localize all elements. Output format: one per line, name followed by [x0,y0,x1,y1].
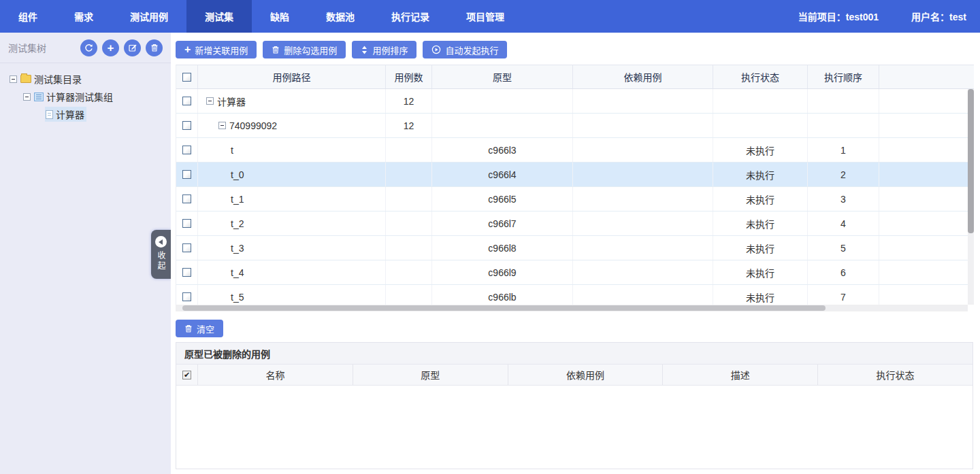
select-all-checkbox[interactable] [182,73,191,82]
collapse-minus-icon[interactable] [218,122,226,129]
col-header-case-count[interactable]: 用例数 [386,65,432,88]
cell-prototype [432,114,573,137]
tree-node-leaf-selected[interactable]: 计算器 [0,105,171,123]
delete-node-button[interactable] [146,39,163,56]
main-content: + 新增关联用例 删除勾选用例 用例排序 [171,33,980,474]
cell-prototype [432,89,573,113]
vertical-scrollbar-thumb[interactable] [968,89,974,233]
table-row[interactable]: t_5c966lb未执行7 [176,285,974,305]
cell-case-path[interactable]: 计算器 [198,89,386,113]
sort-cases-button[interactable]: 用例排序 [352,41,416,58]
cell-extra [879,260,974,284]
cell-case-count: 12 [386,89,432,113]
tree-node-label[interactable]: 计算器 [56,107,84,121]
collapse-minus-icon[interactable] [23,93,31,101]
tree-node-label[interactable]: 计算器测试集组 [46,90,113,103]
add-node-button[interactable]: + [102,39,119,56]
row-checkbox[interactable] [182,121,191,130]
table-row[interactable]: 计算器12 [176,89,974,114]
horizontal-scrollbar[interactable] [176,305,968,311]
col-header-case-path[interactable]: 用例路径 [198,65,386,88]
row-checkbox[interactable] [182,97,191,105]
col-header-exec-status[interactable]: 执行状态 [713,65,808,88]
row-checkbox[interactable] [182,194,191,203]
col-header-exec-status[interactable]: 执行状态 [818,365,973,385]
nav-tab[interactable]: 项目管理 [448,0,523,33]
add-linked-cases-button[interactable]: + 新增关联用例 [176,41,257,58]
button-label: 新增关联用例 [195,44,248,56]
tree-node-group[interactable]: 计算器测试集组 [0,88,171,105]
cell-prototype: c966l7 [432,211,573,235]
edit-node-button[interactable] [124,39,141,56]
deleted-panel-title: 原型已被删除的用例 [176,343,973,365]
col-header-dependency[interactable]: 依赖用例 [573,65,713,88]
cases-table: 用例路径 用例数 原型 依赖用例 执行状态 执行顺序 计算器1274099909… [176,65,974,311]
table-row[interactable]: t_3c966l8未执行5 [176,236,974,260]
cell-case-path[interactable]: t_4 [198,260,386,284]
button-label: 用例排序 [372,44,408,56]
refresh-button[interactable] [80,39,97,56]
col-header-prototype[interactable]: 原型 [432,65,573,88]
row-checkbox[interactable] [182,146,191,154]
nav-tab[interactable]: 组件 [0,0,56,33]
col-header-description[interactable]: 描述 [663,365,818,385]
col-header-exec-order[interactable]: 执行顺序 [808,65,879,88]
cell-extra [879,114,974,137]
cell-case-path[interactable]: t [198,138,386,162]
tree-node-root[interactable]: 测试集目录 [0,70,171,88]
select-all-checkbox-checked[interactable] [182,371,191,379]
cell-dependency [573,285,713,305]
row-checkbox[interactable] [182,268,191,277]
table-row[interactable]: t_4c966l9未执行6 [176,260,974,285]
nav-tab[interactable]: 需求 [56,0,112,33]
nav-tab[interactable]: 测试集 [186,0,252,33]
vertical-scrollbar[interactable] [968,89,974,305]
trash-icon [272,46,280,54]
cell-case-path[interactable]: 740999092 [198,114,386,137]
cell-prototype: c966lb [432,285,573,305]
clear-button[interactable]: 清空 [176,320,223,337]
cell-exec-order [808,89,879,113]
auto-execute-button[interactable]: 自动发起执行 [423,41,507,58]
cell-exec-status: 未执行 [713,211,808,235]
cell-case-path[interactable]: t_2 [198,211,386,235]
col-header-prototype[interactable]: 原型 [353,365,508,385]
row-checkbox[interactable] [182,243,191,252]
table-row[interactable]: t_2c966l7未执行4 [176,211,974,236]
row-checkbox[interactable] [182,219,191,228]
cell-case-path[interactable]: t_0 [198,163,386,186]
plus-icon: + [184,44,191,55]
table-row[interactable]: 74099909212 [176,114,974,138]
cell-exec-status: 未执行 [713,236,808,260]
cell-extra [879,187,974,211]
horizontal-scrollbar-thumb[interactable] [182,305,826,311]
table-row[interactable]: tc966l3未执行1 [176,138,974,163]
nav-tab[interactable]: 执行记录 [373,0,448,33]
cell-case-path[interactable]: t_5 [198,285,386,305]
sidebar-collapse-handle[interactable]: 收起 [151,230,171,279]
tree-node-label[interactable]: 测试集目录 [34,72,82,86]
cell-case-path[interactable]: t_3 [198,236,386,260]
nav-tab[interactable]: 数据池 [308,0,373,33]
cell-extra [879,236,974,260]
cell-extra [879,211,974,235]
case-path-label: t_5 [231,292,244,303]
selected-tree-node[interactable]: 计算器 [45,107,86,122]
row-checkbox[interactable] [182,170,191,179]
delete-checked-cases-button[interactable]: 删除勾选用例 [263,41,346,58]
document-icon [46,110,53,119]
nav-tab[interactable]: 测试用例 [112,0,186,33]
collapse-minus-icon[interactable] [10,75,17,83]
col-header-name[interactable]: 名称 [198,365,353,385]
collapse-minus-icon[interactable] [206,97,214,105]
nav-tab[interactable]: 缺陷 [252,0,308,33]
cell-case-path[interactable]: t_1 [198,187,386,211]
col-header-dependency[interactable]: 依赖用例 [508,365,664,385]
row-checkbox[interactable] [182,292,191,301]
cell-prototype: c966l8 [432,236,573,260]
case-path-label: t_2 [231,218,244,229]
table-row[interactable]: t_1c966l5未执行3 [176,187,974,211]
button-label: 清空 [197,322,214,335]
table-row[interactable]: t_0c966l4未执行2 [176,163,974,187]
clear-row: 清空 [176,320,980,337]
